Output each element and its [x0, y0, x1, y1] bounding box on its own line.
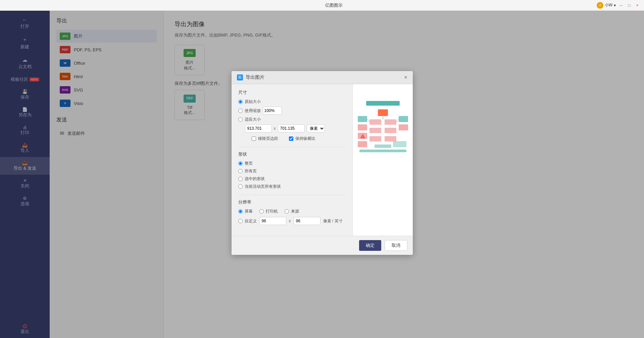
svg-rect-14 [385, 136, 396, 142]
username: 小W [605, 2, 612, 8]
dialog-preview [352, 84, 413, 236]
printer-res-radio[interactable] [259, 209, 264, 214]
chevron-down-icon: ▾ [614, 3, 616, 8]
selected-shapes-radio[interactable] [238, 177, 243, 181]
separator2 [238, 195, 346, 195]
resolution-title: 分辨率 [238, 199, 346, 205]
printer-res-row: 打印机 [259, 209, 278, 214]
keep-ratio-row: 保持纵横比 [289, 136, 315, 142]
svg-rect-7 [399, 116, 408, 122]
dialog-header: 图 导出图片 × [232, 71, 413, 84]
shape-radio-group: 整页 所有页 选中的形状 当前活动页所有形状 [238, 161, 346, 189]
full-page-radio[interactable] [238, 161, 243, 166]
source-res-label: 来源 [291, 209, 299, 214]
svg-rect-18 [359, 150, 406, 152]
active-page-row: 当前活动页所有形状 [238, 184, 346, 189]
width-input[interactable] [245, 124, 272, 132]
unit-select[interactable]: 像素 毫米 英寸 [307, 124, 325, 132]
user-area: 小 小W ▾ [597, 2, 616, 9]
original-size-radio[interactable] [238, 100, 243, 104]
svg-rect-6 [358, 141, 367, 147]
printer-res-label: 打印机 [266, 209, 278, 214]
selected-shapes-label: 选中的形状 [245, 176, 265, 182]
scale-row: 使用缩放 100% 50% 200% [238, 107, 346, 115]
shape-title: 形状 [238, 151, 346, 157]
dialog-close-button[interactable]: × [404, 74, 407, 80]
modal-overlay: 图 导出图片 × 尺寸 原始大小 使用 [0, 11, 644, 338]
keep-ratio-label: 保持纵横比 [295, 136, 315, 142]
app-title: 亿图图示 [71, 2, 597, 8]
maximize-button[interactable]: □ [627, 3, 632, 8]
svg-rect-8 [399, 124, 408, 130]
svg-rect-9 [369, 119, 381, 125]
source-res-row: 来源 [285, 209, 299, 214]
confirm-button[interactable]: 确定 [359, 240, 381, 251]
size-title: 尺寸 [238, 90, 346, 96]
shape-section: 形状 整页 所有页 选中的形状 [238, 151, 346, 189]
scale-radio[interactable] [238, 109, 243, 113]
dialog-body: 尺寸 原始大小 使用缩放 100% 50% [232, 84, 413, 236]
remove-margin-label: 移除页边距 [258, 136, 278, 142]
all-pages-radio[interactable] [238, 169, 243, 173]
svg-rect-2 [378, 109, 388, 116]
active-page-label: 当前活动页所有形状 [245, 184, 281, 189]
original-size-label: 原始大小 [245, 99, 261, 105]
screen-res-row: 屏幕 [238, 209, 253, 214]
fit-input-row: x 像素 毫米 英寸 [245, 124, 346, 132]
avatar: 小 [597, 2, 603, 9]
keep-ratio-checkbox[interactable] [289, 136, 293, 141]
custom-res-radio[interactable] [238, 219, 243, 223]
screen-res-label: 屏幕 [245, 209, 253, 214]
preview-area [353, 84, 413, 178]
separator1 [238, 147, 346, 147]
scale-select-wrapper: 100% 50% 200% [263, 107, 282, 115]
custom-width-input[interactable] [259, 217, 286, 225]
custom-x-sep: x [289, 219, 291, 223]
svg-rect-21 [393, 141, 406, 147]
diagram-svg [356, 88, 410, 175]
resolution-row: 屏幕 打印机 来源 [238, 209, 346, 214]
source-res-radio[interactable] [285, 209, 289, 214]
dialog-footer: 确定 取消 [232, 236, 413, 255]
all-pages-label: 所有页 [245, 168, 257, 174]
svg-rect-11 [369, 128, 381, 133]
cancel-button[interactable]: 取消 [385, 240, 407, 251]
active-page-radio[interactable] [238, 184, 243, 189]
fit-radio[interactable] [238, 117, 243, 122]
dialog-title: 图 导出图片 [237, 74, 264, 80]
custom-res-radio-row: 自定义 [238, 218, 257, 224]
custom-res-row: 自定义 x 像素 / 英寸 [238, 217, 346, 225]
export-dialog: 图 导出图片 × 尺寸 原始大小 使用 [232, 71, 413, 255]
selected-shapes-row: 选中的形状 [238, 176, 346, 182]
custom-res-label: 自定义 [245, 218, 257, 224]
close-window-button[interactable]: × [635, 3, 640, 8]
svg-rect-20 [375, 145, 391, 148]
custom-unit-label: 像素 / 英寸 [323, 218, 343, 224]
minimize-button[interactable]: ─ [618, 3, 624, 8]
height-input[interactable] [278, 124, 305, 132]
window-controls: 小 小W ▾ ─ □ × [597, 2, 640, 9]
svg-rect-12 [385, 128, 396, 133]
svg-rect-10 [385, 119, 396, 125]
scale-select[interactable]: 100% 50% 200% [263, 107, 282, 115]
full-page-row: 整页 [238, 161, 346, 166]
custom-height-input[interactable] [294, 217, 320, 225]
x-separator: x [274, 126, 276, 131]
screen-res-radio[interactable] [238, 209, 243, 214]
dialog-title-text: 导出图片 [246, 74, 264, 80]
full-page-label: 整页 [245, 161, 253, 166]
svg-rect-0 [356, 98, 410, 165]
options-row: 移除页边距 保持纵横比 [245, 136, 346, 142]
fit-label: 适应大小 [245, 117, 261, 122]
svg-rect-4 [358, 124, 367, 130]
svg-rect-1 [366, 101, 400, 106]
all-pages-row: 所有页 [238, 168, 346, 174]
dialog-title-icon: 图 [237, 74, 243, 80]
fit-row: 适应大小 [238, 117, 346, 122]
svg-rect-13 [369, 136, 381, 142]
scale-label: 使用缩放 [245, 108, 261, 114]
original-size-row: 原始大小 [238, 99, 346, 105]
remove-margin-checkbox[interactable] [252, 136, 256, 141]
svg-rect-3 [358, 116, 367, 122]
dialog-left: 尺寸 原始大小 使用缩放 100% 50% [232, 84, 352, 236]
